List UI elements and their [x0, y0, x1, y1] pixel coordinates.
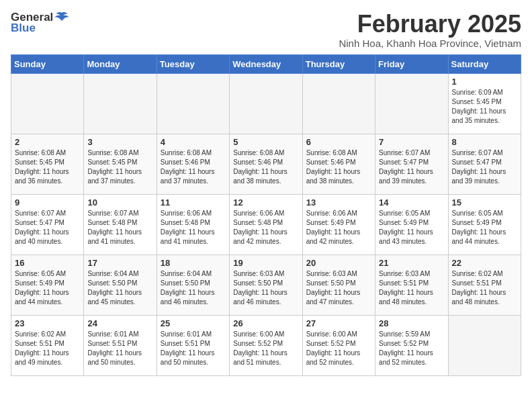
day-number: 23 [15, 318, 80, 328]
day-number: 14 [379, 197, 444, 208]
calendar-week-row: 1Sunrise: 6:09 AM Sunset: 5:45 PM Daylig… [11, 73, 521, 134]
day-info: Sunrise: 6:05 AM Sunset: 5:49 PM Dayligh… [379, 209, 444, 246]
day-number: 12 [233, 197, 298, 208]
weekday-header-wednesday: Wednesday [230, 54, 302, 73]
day-info: Sunrise: 6:00 AM Sunset: 5:52 PM Dayligh… [306, 330, 371, 367]
day-info: Sunrise: 6:04 AM Sunset: 5:50 PM Dayligh… [161, 269, 226, 307]
day-number: 9 [15, 197, 80, 208]
calendar-week-row: 16Sunrise: 6:05 AM Sunset: 5:49 PM Dayli… [11, 255, 521, 315]
calendar-cell: 25Sunrise: 6:01 AM Sunset: 5:51 PM Dayli… [157, 315, 229, 375]
calendar-subtitle: Ninh Hoa, Khanh Hoa Province, Vietnam [339, 38, 521, 49]
day-number: 21 [379, 258, 444, 268]
weekday-header-monday: Monday [84, 54, 157, 73]
weekday-header-friday: Friday [375, 54, 448, 73]
logo-blue: Blue [11, 21, 36, 35]
day-number: 11 [161, 197, 226, 208]
weekday-header-thursday: Thursday [302, 54, 375, 73]
calendar-cell: 16Sunrise: 6:05 AM Sunset: 5:49 PM Dayli… [11, 255, 84, 315]
day-number: 7 [379, 137, 444, 147]
day-number: 13 [306, 197, 371, 208]
day-number: 26 [233, 318, 298, 328]
calendar-cell: 14Sunrise: 6:05 AM Sunset: 5:49 PM Dayli… [375, 194, 448, 255]
day-info: Sunrise: 6:05 AM Sunset: 5:49 PM Dayligh… [15, 269, 80, 307]
day-number: 22 [452, 258, 517, 268]
day-info: Sunrise: 6:07 AM Sunset: 5:47 PM Dayligh… [379, 148, 444, 186]
calendar-table: SundayMondayTuesdayWednesdayThursdayFrid… [11, 54, 521, 376]
day-number: 4 [161, 137, 226, 147]
title-area: February 2025 Ninh Hoa, Khanh Hoa Provin… [339, 11, 521, 49]
day-number: 24 [87, 318, 152, 328]
calendar-cell: 5Sunrise: 6:08 AM Sunset: 5:46 PM Daylig… [230, 134, 302, 194]
calendar-cell: 13Sunrise: 6:06 AM Sunset: 5:49 PM Dayli… [302, 194, 375, 255]
calendar-cell [448, 315, 521, 375]
day-info: Sunrise: 6:06 AM Sunset: 5:48 PM Dayligh… [161, 209, 226, 246]
day-info: Sunrise: 6:08 AM Sunset: 5:46 PM Dayligh… [233, 148, 298, 186]
calendar-cell: 27Sunrise: 6:00 AM Sunset: 5:52 PM Dayli… [302, 315, 375, 375]
calendar-cell: 15Sunrise: 6:05 AM Sunset: 5:49 PM Dayli… [448, 194, 521, 255]
calendar-cell: 11Sunrise: 6:06 AM Sunset: 5:48 PM Dayli… [157, 194, 229, 255]
calendar-cell [11, 73, 84, 134]
day-info: Sunrise: 6:02 AM Sunset: 5:51 PM Dayligh… [15, 330, 80, 367]
weekday-header-sunday: Sunday [11, 54, 84, 73]
calendar-cell: 28Sunrise: 5:59 AM Sunset: 5:52 PM Dayli… [375, 315, 448, 375]
day-number: 17 [87, 258, 152, 268]
day-info: Sunrise: 6:03 AM Sunset: 5:50 PM Dayligh… [306, 269, 371, 307]
calendar-cell: 23Sunrise: 6:02 AM Sunset: 5:51 PM Dayli… [11, 315, 84, 375]
calendar-cell: 6Sunrise: 6:08 AM Sunset: 5:46 PM Daylig… [302, 134, 375, 194]
day-info: Sunrise: 5:59 AM Sunset: 5:52 PM Dayligh… [379, 330, 444, 367]
day-info: Sunrise: 6:02 AM Sunset: 5:51 PM Dayligh… [452, 269, 517, 307]
day-number: 19 [233, 258, 298, 268]
day-info: Sunrise: 6:01 AM Sunset: 5:51 PM Dayligh… [161, 330, 226, 367]
day-number: 5 [233, 137, 298, 147]
calendar-cell: 4Sunrise: 6:08 AM Sunset: 5:46 PM Daylig… [157, 134, 229, 194]
calendar-cell: 3Sunrise: 6:08 AM Sunset: 5:45 PM Daylig… [84, 134, 157, 194]
calendar-cell: 7Sunrise: 6:07 AM Sunset: 5:47 PM Daylig… [375, 134, 448, 194]
calendar-cell [157, 73, 229, 134]
day-info: Sunrise: 6:00 AM Sunset: 5:52 PM Dayligh… [233, 330, 298, 367]
calendar-cell: 17Sunrise: 6:04 AM Sunset: 5:50 PM Dayli… [84, 255, 157, 315]
day-number: 10 [87, 197, 152, 208]
day-number: 16 [15, 258, 80, 268]
calendar-week-row: 2Sunrise: 6:08 AM Sunset: 5:45 PM Daylig… [11, 134, 521, 194]
weekday-header-tuesday: Tuesday [157, 54, 229, 73]
day-info: Sunrise: 6:07 AM Sunset: 5:47 PM Dayligh… [452, 148, 517, 186]
calendar-cell: 24Sunrise: 6:01 AM Sunset: 5:51 PM Dayli… [84, 315, 157, 375]
calendar-cell: 18Sunrise: 6:04 AM Sunset: 5:50 PM Dayli… [157, 255, 229, 315]
day-number: 1 [452, 77, 517, 87]
day-info: Sunrise: 6:06 AM Sunset: 5:49 PM Dayligh… [306, 209, 371, 246]
weekday-header-row: SundayMondayTuesdayWednesdayThursdayFrid… [11, 54, 521, 73]
calendar-cell: 26Sunrise: 6:00 AM Sunset: 5:52 PM Dayli… [230, 315, 302, 375]
calendar-cell [230, 73, 302, 134]
day-number: 8 [452, 137, 517, 147]
calendar-cell: 12Sunrise: 6:06 AM Sunset: 5:48 PM Dayli… [230, 194, 302, 255]
calendar-cell: 20Sunrise: 6:03 AM Sunset: 5:50 PM Dayli… [302, 255, 375, 315]
day-number: 6 [306, 137, 371, 147]
day-info: Sunrise: 6:08 AM Sunset: 5:45 PM Dayligh… [15, 148, 80, 186]
day-number: 2 [15, 137, 80, 147]
day-info: Sunrise: 6:07 AM Sunset: 5:48 PM Dayligh… [87, 209, 152, 246]
day-info: Sunrise: 6:08 AM Sunset: 5:46 PM Dayligh… [306, 148, 371, 186]
day-number: 28 [379, 318, 444, 328]
calendar-cell: 21Sunrise: 6:03 AM Sunset: 5:51 PM Dayli… [375, 255, 448, 315]
day-info: Sunrise: 6:03 AM Sunset: 5:50 PM Dayligh… [233, 269, 298, 307]
day-info: Sunrise: 6:03 AM Sunset: 5:51 PM Dayligh… [379, 269, 444, 307]
day-info: Sunrise: 6:08 AM Sunset: 5:45 PM Dayligh… [87, 148, 152, 186]
header: General Blue February 2025 Ninh Hoa, Kha… [11, 11, 521, 49]
calendar-cell: 19Sunrise: 6:03 AM Sunset: 5:50 PM Dayli… [230, 255, 302, 315]
day-info: Sunrise: 6:04 AM Sunset: 5:50 PM Dayligh… [87, 269, 152, 307]
day-info: Sunrise: 6:09 AM Sunset: 5:45 PM Dayligh… [452, 88, 517, 126]
logo: General Blue [11, 11, 69, 35]
day-info: Sunrise: 6:05 AM Sunset: 5:49 PM Dayligh… [452, 209, 517, 246]
calendar-cell: 1Sunrise: 6:09 AM Sunset: 5:45 PM Daylig… [448, 73, 521, 134]
day-info: Sunrise: 6:08 AM Sunset: 5:46 PM Dayligh… [161, 148, 226, 186]
day-number: 3 [87, 137, 152, 147]
day-number: 25 [161, 318, 226, 328]
calendar-cell [375, 73, 448, 134]
calendar-cell: 10Sunrise: 6:07 AM Sunset: 5:48 PM Dayli… [84, 194, 157, 255]
weekday-header-saturday: Saturday [448, 54, 521, 73]
calendar-week-row: 9Sunrise: 6:07 AM Sunset: 5:47 PM Daylig… [11, 194, 521, 255]
calendar-cell: 9Sunrise: 6:07 AM Sunset: 5:47 PM Daylig… [11, 194, 84, 255]
day-number: 20 [306, 258, 371, 268]
calendar-cell: 2Sunrise: 6:08 AM Sunset: 5:45 PM Daylig… [11, 134, 84, 194]
calendar-title: February 2025 [339, 11, 521, 38]
